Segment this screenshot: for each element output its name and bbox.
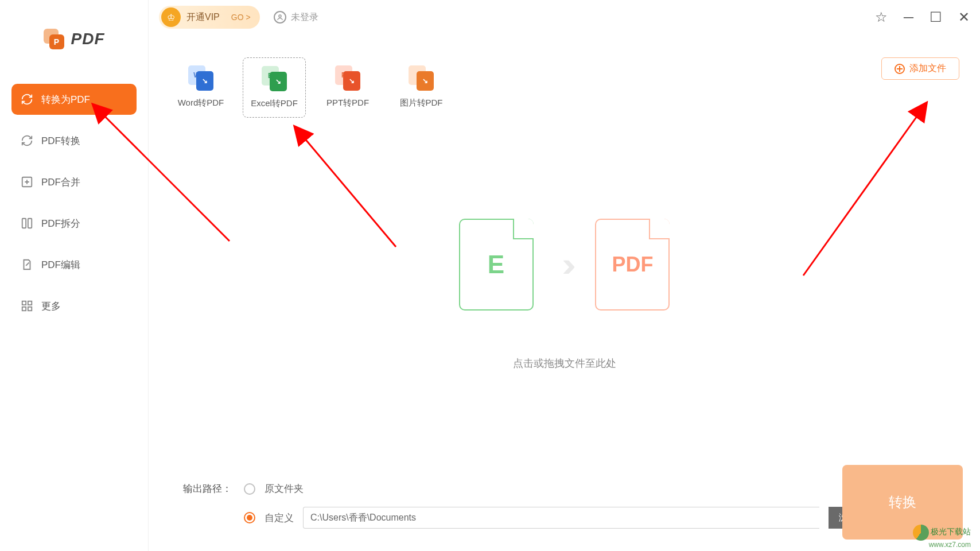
drop-hint: 点击或拖拽文件至此处: [513, 356, 616, 370]
sidebar-item-label: 转换为PDF: [41, 93, 90, 106]
svg-rect-4: [28, 301, 32, 305]
tile-label: PPT转PDF: [326, 98, 369, 108]
sidebar-item-label: PDF编辑: [41, 258, 80, 271]
ppt-icon: P ↘: [335, 65, 360, 91]
sidebar-item-convert-to-pdf[interactable]: 转换为PDF: [11, 84, 137, 115]
sidebar-item-more[interactable]: 更多: [11, 290, 137, 321]
merge-icon: [21, 176, 33, 188]
sidebar: PDF 转换为PDF PDF转换 PDF合并 PDF拆分: [0, 0, 148, 551]
user-icon: [274, 11, 286, 24]
conversion-tiles: W ↘ Word转PDF E ↘ Excel转PDF P ↘ PPT转PDF ↘: [149, 34, 980, 118]
maximize-button[interactable]: ☐: [930, 9, 942, 25]
arrow-icon: ››: [562, 245, 567, 284]
source-doc-icon: E: [459, 219, 534, 311]
output-section: 输出路径： 原文件夹 自定义 浏览: [183, 482, 868, 529]
output-path-input[interactable]: [303, 507, 819, 529]
login-label: 未登录: [291, 11, 318, 24]
sidebar-items: 转换为PDF PDF转换 PDF合并 PDF拆分 PDF编辑: [0, 84, 148, 332]
watermark: 极光下载站 www.xz7.com: [913, 525, 971, 549]
plus-icon: [895, 64, 905, 74]
cycle-icon: [21, 134, 33, 147]
svg-rect-2: [28, 219, 32, 228]
watermark-logo-icon: [913, 525, 929, 541]
sidebar-item-label: PDF转换: [41, 134, 80, 148]
add-file-button[interactable]: 添加文件: [881, 57, 959, 80]
tile-label: 图片转PDF: [400, 98, 443, 108]
vip-badge[interactable]: ♔ 开通VIP GO >: [159, 6, 260, 29]
radio-original-folder[interactable]: [244, 483, 255, 495]
svg-rect-1: [22, 219, 26, 228]
tile-label: Word转PDF: [178, 98, 224, 108]
app-logo: PDF: [0, 29, 148, 49]
add-file-label: 添加文件: [909, 63, 946, 75]
sidebar-item-pdf-convert[interactable]: PDF转换: [11, 125, 137, 156]
svg-rect-6: [28, 307, 32, 311]
sidebar-item-label: PDF拆分: [41, 217, 80, 230]
output-label: 输出路径：: [183, 482, 235, 495]
minimize-button[interactable]: ─: [904, 9, 913, 25]
sidebar-item-label: 更多: [41, 300, 61, 313]
sidebar-item-label: PDF合并: [41, 176, 80, 189]
drop-graphic: E ›› PDF: [459, 219, 670, 311]
tile-excel-to-pdf[interactable]: E ↘ Excel转PDF: [243, 57, 306, 118]
radio-custom-label: 自定义: [265, 511, 294, 525]
radio-original-label: 原文件夹: [265, 482, 304, 495]
sidebar-item-pdf-split[interactable]: PDF拆分: [11, 208, 137, 239]
vip-go-label: GO >: [231, 13, 251, 22]
edit-icon: [21, 258, 33, 271]
tile-label: Excel转PDF: [251, 98, 298, 109]
grid-icon: [21, 300, 33, 312]
sidebar-item-pdf-edit[interactable]: PDF编辑: [11, 249, 137, 280]
tile-ppt-to-pdf[interactable]: P ↘ PPT转PDF: [316, 57, 379, 117]
sidebar-item-pdf-merge[interactable]: PDF合并: [11, 166, 137, 197]
close-button[interactable]: ✕: [958, 9, 970, 25]
image-icon: ↘: [409, 65, 434, 91]
logo-text: PDF: [71, 30, 105, 48]
drop-area[interactable]: E ›› PDF 点击或拖拽文件至此处: [149, 118, 980, 471]
logo-icon: [44, 29, 64, 49]
topbar: ♔ 开通VIP GO > 未登录 ☆ ─ ☐ ✕: [149, 0, 980, 34]
crown-icon: ♔: [161, 7, 181, 27]
svg-rect-3: [22, 301, 26, 305]
star-icon[interactable]: ☆: [875, 9, 888, 25]
tile-image-to-pdf[interactable]: ↘ 图片转PDF: [390, 57, 453, 117]
login-button[interactable]: 未登录: [274, 11, 318, 24]
word-icon: W ↘: [188, 65, 213, 91]
radio-custom-folder[interactable]: [244, 512, 255, 523]
target-doc-icon: PDF: [595, 219, 670, 311]
window-controls: ☆ ─ ☐ ✕: [875, 9, 970, 25]
svg-rect-5: [22, 307, 26, 311]
split-icon: [21, 217, 33, 230]
main-area: ♔ 开通VIP GO > 未登录 ☆ ─ ☐ ✕ W ↘ Word转PDF: [148, 0, 980, 551]
tile-word-to-pdf[interactable]: W ↘ Word转PDF: [169, 57, 232, 117]
footer: 输出路径： 原文件夹 自定义 浏览 转换: [149, 471, 980, 551]
refresh-icon: [21, 93, 33, 106]
svg-point-7: [279, 15, 281, 17]
vip-label: 开通VIP: [186, 11, 220, 24]
excel-icon: E ↘: [262, 66, 287, 91]
